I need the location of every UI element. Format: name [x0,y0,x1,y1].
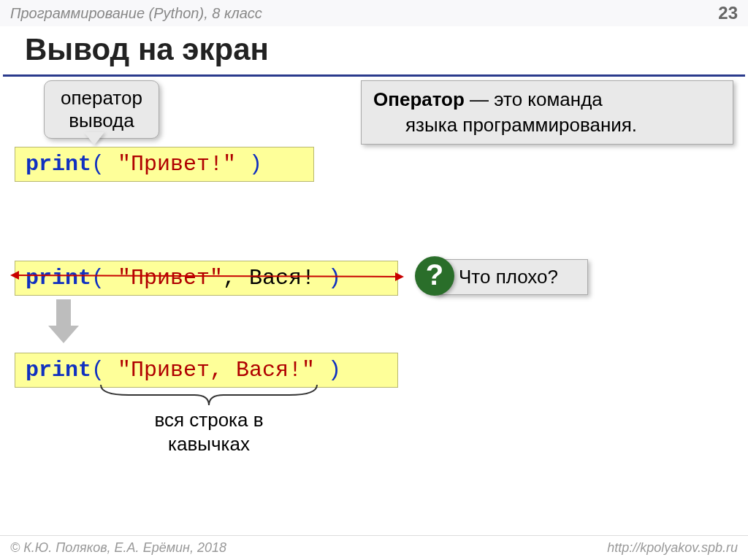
code-bracket: ) [236,152,262,177]
code-example-2-wrong: print( "Привет", Вася! ) [15,261,398,296]
definition-term: Оператор [373,88,465,110]
question-mark-icon: ? [415,256,454,296]
code-string: "Привет, Вася!" [118,358,315,383]
code-keyword: print [26,358,91,383]
code-keyword: print [26,152,91,177]
arrow-down-icon [51,299,76,340]
code-keyword: print [26,266,91,291]
callout-line: оператор [61,87,142,109]
code-example-3-correct: print( "Привет, Вася!" ) [15,353,398,388]
definition-box: Оператор — это команда языка программиро… [361,80,733,145]
code-string: "Привет!" [118,152,236,177]
question-text: Что плохо? [459,266,558,288]
slide-header: Программирование (Python), 8 класс 23 [0,0,748,26]
slide-content: оператор вывода Оператор — это команда я… [0,77,748,544]
slide-footer: © К.Ю. Поляков, Е.А. Ерёмин, 2018 http:/… [0,535,748,560]
page-number: 23 [718,3,738,23]
code-bracket: ( [91,358,118,383]
code-string: "Привет" [118,266,223,291]
definition-text: языка программирования. [373,114,637,136]
slide-title: Вывод на экран [3,26,745,77]
brace-label-line: вся строка в [154,409,263,431]
callout-line: вывода [69,110,134,131]
curly-brace-icon [99,383,318,408]
brace-label-line: кавычках [168,433,250,455]
copyright: © К.Ю. Поляков, Е.А. Ерёмин, 2018 [10,540,226,556]
course-title: Программирование (Python), 8 класс [10,5,262,22]
code-bracket: ) [315,358,341,383]
question-box: Что плохо? [435,259,588,295]
brace-label: вся строка в кавычках [129,408,289,456]
code-bracket: ) [315,266,341,291]
callout-operator-output: оператор вывода [44,80,159,139]
code-plain: , Вася! [223,266,315,291]
code-bracket: ( [91,152,118,177]
definition-text: — это команда [465,88,603,110]
code-bracket: ( [91,266,118,291]
footer-url: http://kpolyakov.spb.ru [607,540,738,556]
code-example-1: print( "Привет!" ) [15,147,314,182]
callout-tail-icon [84,132,104,145]
